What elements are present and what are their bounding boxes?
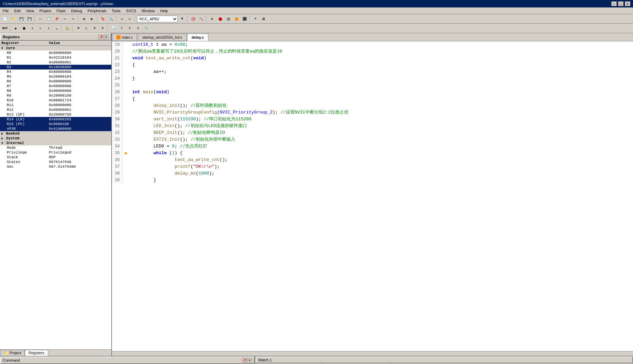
sys-viewer[interactable]: S xyxy=(134,25,142,32)
nav-next-btn[interactable]: ▶ xyxy=(88,15,96,23)
menu-debug[interactable]: Debug xyxy=(69,8,85,14)
settings-btn[interactable]: ⚙ xyxy=(208,15,216,23)
reg-row[interactable]: Sec 597.51475480 xyxy=(0,164,111,169)
maximize-btn[interactable]: □ xyxy=(618,1,624,6)
section-label: Core xyxy=(6,46,15,50)
target-btn[interactable]: 🎯 xyxy=(189,15,197,23)
line-arrow xyxy=(123,170,130,177)
menu-file[interactable]: File xyxy=(0,8,12,14)
panel-pin-btn[interactable]: 📌 xyxy=(98,35,103,39)
cmd-close-btn[interactable]: ✕ xyxy=(247,358,252,363)
toolbox-btn[interactable]: 🔧 xyxy=(142,25,150,32)
reg-row[interactable]: Mode Thread xyxy=(0,145,111,150)
reg-row[interactable]: Stack MSP xyxy=(0,155,111,160)
watch-win-btn[interactable]: 👁 xyxy=(75,25,82,32)
reg-row[interactable]: R11 0x00000000 xyxy=(0,103,111,107)
reg-row[interactable]: R8 0x00000000 xyxy=(0,88,111,93)
mem-btn[interactable]: M xyxy=(91,25,98,32)
step-in-btn[interactable]: ⬇ xyxy=(28,25,36,32)
open-btn[interactable]: 📂 xyxy=(9,15,17,23)
run-cursor-btn[interactable]: ↘ xyxy=(53,25,60,32)
reg-btn2[interactable]: R xyxy=(99,25,107,32)
reg-row[interactable]: R3 0x10030800 xyxy=(0,65,111,69)
nav-prev-btn[interactable]: ◀ xyxy=(80,15,88,23)
save-btn[interactable]: 💾 xyxy=(18,15,25,23)
reg-row[interactable]: R10 0x08001724 xyxy=(0,98,111,103)
registers-panel: Registers 📌 ✕ Register Value ▼ Core R0 0… xyxy=(0,33,112,356)
reg-row[interactable]: xPSR 0x41000000 xyxy=(0,126,111,131)
undo-btn[interactable]: ↩ xyxy=(61,15,69,23)
reg-name: R8 xyxy=(0,88,47,93)
reg-row[interactable]: R15 (PC) 0x08001D0 xyxy=(0,122,111,126)
more-btn[interactable]: ≡ xyxy=(252,15,259,23)
stop-dark[interactable]: ⬛ xyxy=(241,15,248,23)
menu-help[interactable]: Help xyxy=(157,8,171,14)
terminal-btn[interactable]: 🖥 xyxy=(260,15,267,23)
sep1 xyxy=(35,16,35,22)
menu-project[interactable]: Project xyxy=(37,8,54,14)
rcc-dropdown[interactable]: RCC_APB2 xyxy=(137,16,178,22)
run-btn[interactable]: ▶ xyxy=(12,25,20,32)
dropdown-arrow[interactable]: ▼ xyxy=(178,15,186,23)
stop-btn[interactable]: ⏹ xyxy=(20,25,28,32)
tab-project[interactable]: 📁 Project xyxy=(0,350,25,356)
menu-tools[interactable]: Tools xyxy=(109,8,123,14)
code-line: 35 ▶ while (1) { xyxy=(112,150,633,157)
locals-btn[interactable]: L xyxy=(83,25,90,32)
reg-name: R12 xyxy=(0,107,47,112)
close-btn[interactable]: ✕ xyxy=(625,1,630,6)
step-over-btn[interactable]: ↷ xyxy=(37,25,44,32)
file-tab-startup[interactable]: startup_stm32f10x_hd.s xyxy=(138,34,186,41)
hscroll[interactable] xyxy=(112,351,633,356)
reg-row[interactable]: R14 (LR) 0x08000205 xyxy=(0,117,111,122)
file-tab-main-c[interactable]: main.c xyxy=(112,34,137,41)
reg-row[interactable]: R1 0x42218194 xyxy=(0,55,111,60)
menu-view[interactable]: View xyxy=(23,8,37,14)
panel-close-btn[interactable]: ✕ xyxy=(104,35,109,39)
indent-btn[interactable]: ⇥ xyxy=(118,15,126,23)
menu-edit[interactable]: Edit xyxy=(12,8,23,14)
stop-orange[interactable]: ⬤ xyxy=(233,15,240,23)
reg-row[interactable]: Privilege Privileged xyxy=(0,150,111,155)
reg-row[interactable]: R0 0x00000000 xyxy=(0,50,111,55)
stop-red[interactable]: ⬤ xyxy=(216,15,224,23)
cut-btn[interactable]: ✂ xyxy=(37,15,44,23)
menu-window[interactable]: Window xyxy=(139,8,157,14)
reg-row[interactable]: R9 0x20000160 xyxy=(0,93,111,98)
perf-btn[interactable]: P xyxy=(126,25,134,32)
logic-analyzer[interactable]: 📊 xyxy=(110,25,117,32)
reg-row[interactable]: R6 0x00000000 xyxy=(0,79,111,84)
cmd-pin-btn[interactable]: 📌 xyxy=(242,358,247,363)
reg-name: R10 xyxy=(0,98,47,103)
new-btn[interactable]: 📄 xyxy=(1,15,9,23)
step-out-btn[interactable]: ⬆ xyxy=(45,25,52,32)
menu-svcs[interactable]: SVCS xyxy=(123,8,139,14)
debug-menu-btn[interactable]: 🐛 xyxy=(64,25,71,32)
line-content xyxy=(130,82,132,89)
reg-row[interactable]: R4 0x00000000 xyxy=(0,69,111,74)
line-content: delay_init(); //延时函数初始化 xyxy=(130,102,227,109)
reg-row[interactable]: R13 (SP) 0x20000768 xyxy=(0,112,111,117)
redo-btn[interactable]: ↪ xyxy=(69,15,77,23)
bookmark-btn[interactable]: 🔖 xyxy=(99,15,107,23)
reset-btn[interactable]: RST xyxy=(1,25,9,32)
code-content[interactable]: 19 uint16_t t aa = 0x00; 20 //测试aa变量被写了1… xyxy=(112,41,633,351)
file-tab-delay-c[interactable]: delay.c xyxy=(187,34,209,41)
menu-flash[interactable]: Flash xyxy=(54,8,69,14)
minimize-btn[interactable]: ─ xyxy=(611,1,617,6)
build-btn[interactable]: 🔨 xyxy=(197,15,205,23)
stop-gray[interactable]: ⬤ xyxy=(225,15,232,23)
find-btn[interactable]: 🔍 xyxy=(107,15,115,23)
trace-btn[interactable]: T xyxy=(118,25,126,32)
paste-btn[interactable]: 📌 xyxy=(53,15,60,23)
reg-row[interactable]: States 5975147548 xyxy=(0,160,111,164)
tab-registers[interactable]: Registers xyxy=(25,350,48,356)
outdent-btn[interactable]: ⇤ xyxy=(126,15,134,23)
copy-btn[interactable]: 📋 xyxy=(45,15,52,23)
reg-row[interactable]: R12 0x00000001 xyxy=(0,107,111,112)
reg-row[interactable]: R7 0x00000000 xyxy=(0,84,111,88)
menu-peripherals[interactable]: Peripherals xyxy=(85,8,109,14)
reg-row[interactable]: R2 0x00000001 xyxy=(0,60,111,65)
save-all-btn[interactable]: 💾 xyxy=(26,15,33,23)
reg-row[interactable]: R5 0x20000104 xyxy=(0,74,111,79)
